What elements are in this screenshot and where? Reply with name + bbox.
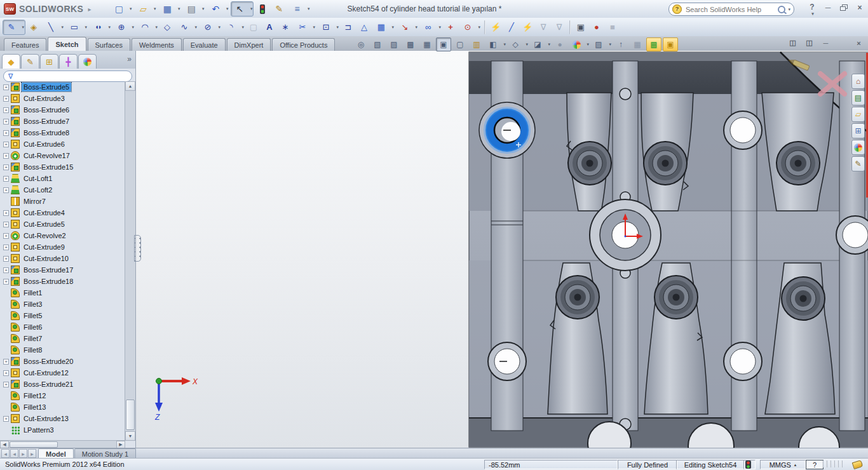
tree-item[interactable]: + Cut-Extrude9 (0, 241, 125, 253)
ellipse-button[interactable]: ⊘ (199, 20, 222, 35)
tree-item[interactable]: + Cut-Loft2 (0, 184, 125, 196)
section-cube-button[interactable]: ▩ (403, 37, 418, 51)
restore-button[interactable] (838, 3, 850, 13)
polygon-button[interactable]: ◇ (159, 20, 175, 35)
zoom-fit-button[interactable]: ◎ (353, 37, 369, 51)
pane-toggle-right-button[interactable]: ◫ (804, 38, 815, 48)
tree-item[interactable]: + Boss-Extrude21 (0, 379, 125, 390)
view-cube-button[interactable]: ▣ (436, 37, 451, 51)
tree-item[interactable]: + Cut-Extrude10 (0, 253, 125, 264)
tree-item[interactable]: + Cut-Extrude5 (0, 218, 125, 230)
tab-features[interactable]: Features (4, 38, 46, 51)
smart-dimension-button[interactable]: ◈ (26, 20, 41, 35)
section-view-button[interactable]: ◧ (485, 37, 506, 51)
tree-item[interactable]: + Boss-Extrude18 (0, 276, 125, 287)
tree-item[interactable]: + Fillet8 (0, 344, 125, 356)
graphics-viewport[interactable]: X Z ⌂ ▤ ▱ ⊞ (136, 51, 868, 448)
tree-item[interactable]: + Fillet13 (0, 401, 125, 413)
open-document-button[interactable]: ▱ (134, 1, 157, 17)
repair-sketch-button[interactable]: + (443, 20, 458, 35)
doc-restore-button[interactable] (837, 38, 848, 48)
stop-video-button[interactable]: ■ (605, 20, 620, 35)
separator[interactable] (569, 20, 571, 34)
panel-expand-icon[interactable]: » (127, 55, 135, 65)
save-button[interactable]: ▦ (158, 1, 181, 17)
options-button[interactable]: ✎ (271, 1, 287, 17)
displaymanager-tab[interactable] (78, 54, 97, 69)
tree-item[interactable]: + Fillet7 (0, 333, 125, 344)
reference-plane-button[interactable]: ▢ (246, 20, 261, 35)
view-palette-button[interactable]: ⊞ (851, 123, 865, 138)
expand-toggle-icon[interactable]: + (3, 210, 9, 216)
tree-item[interactable]: + Fillet5 (0, 310, 125, 321)
undo-button[interactable]: ↶ (207, 1, 229, 17)
apply-scene-button[interactable]: ▨ (591, 37, 612, 51)
tab-evaluate[interactable]: Evaluate (183, 38, 226, 51)
expand-toggle-icon[interactable]: + (3, 187, 9, 193)
tree-item[interactable]: + Boss-Extrude6 (0, 104, 125, 116)
design-library-button[interactable]: ▤ (851, 90, 865, 105)
help-button[interactable]: ?▾ (806, 3, 818, 13)
expand-toggle-icon[interactable]: + (3, 245, 9, 250)
expand-toggle-icon[interactable]: + (3, 142, 9, 147)
tree-item[interactable]: + Cut-Extrude3 (0, 93, 125, 104)
isometric-cube-button[interactable]: ▦ (419, 37, 435, 51)
expand-toggle-icon[interactable]: + (3, 256, 9, 262)
file-properties-button[interactable]: ≡ (288, 1, 311, 17)
motion-study-tab[interactable]: Motion Study 1 (74, 448, 136, 459)
spline-button[interactable]: ∿ (175, 20, 198, 35)
selection-filter-button[interactable]: ∇ (536, 20, 551, 35)
tree-item[interactable]: + Boss-Extrude5 (0, 81, 125, 93)
model-canvas[interactable] (136, 51, 868, 448)
record-video-button[interactable]: ● (589, 20, 604, 35)
home-button[interactable]: ⌂ (851, 74, 865, 89)
convert-entities-button[interactable]: ⊡ (317, 20, 340, 35)
tag-icon[interactable] (853, 461, 862, 468)
rebuild-traffic-light-button[interactable] (255, 1, 270, 17)
close-button[interactable]: × (854, 3, 865, 13)
move-entities-button[interactable]: ↘ (396, 20, 419, 35)
selected-sketch-circle[interactable] (479, 102, 535, 158)
tree-item[interactable]: + Fillet1 (0, 287, 125, 299)
highlight-green-button[interactable]: ▩ (646, 37, 661, 51)
new-document-button[interactable]: ▢ (110, 1, 133, 17)
expand-toggle-icon[interactable]: + (3, 119, 9, 124)
tree-item[interactable]: + Cut-Revolve2 (0, 230, 125, 241)
text-button[interactable]: A (262, 20, 277, 35)
trim-entities-button[interactable]: ✂ (294, 20, 316, 35)
wireframe-cube-button[interactable]: ▢ (452, 37, 468, 51)
view-orientation-button[interactable]: ◇ (508, 37, 529, 51)
tree-item[interactable]: + Cut-Extrude13 (0, 413, 125, 424)
section-curtain-button[interactable]: ▥ (469, 37, 484, 51)
rebuild-indicator[interactable] (743, 460, 756, 469)
valve-bore[interactable] (556, 276, 599, 319)
expand-toggle-icon[interactable]: + (3, 107, 9, 113)
horizontal-scroll-thumb[interactable] (10, 441, 58, 448)
offset-entities-button[interactable]: ⊐ (341, 20, 356, 35)
filter-clear-button[interactable]: ∇ (552, 20, 567, 35)
ink-sketch-button[interactable]: ╱ (504, 20, 519, 35)
expand-toggle-icon[interactable]: + (3, 267, 9, 273)
expand-toggle-icon[interactable]: + (3, 164, 9, 170)
file-explorer-button[interactable]: ▱ (851, 107, 865, 122)
linear-sketch-pattern-button[interactable]: ▦ (372, 20, 395, 35)
help-dropdown-icon[interactable]: ▾ (811, 11, 814, 17)
status-help-button[interactable]: ? (806, 460, 824, 469)
expand-toggle-icon[interactable]: + (3, 416, 9, 422)
expand-toggle-icon[interactable]: + (3, 130, 9, 136)
point-button[interactable]: ∗ (278, 20, 293, 35)
valve-bore[interactable] (568, 142, 611, 185)
prev-tab-button[interactable]: ◀ (10, 449, 18, 458)
dimxpertmanager-tab[interactable]: ╋ (59, 54, 78, 69)
cylinder-head-model[interactable] (469, 52, 868, 448)
highlight-yellow-button[interactable]: ▣ (663, 37, 678, 51)
expand-toggle-icon[interactable]: + (3, 96, 9, 102)
tab-sketch[interactable]: Sketch (48, 37, 86, 51)
shaded-sketch-contours-button[interactable]: ⚡ (488, 20, 503, 35)
panel-splitter-handle[interactable] (134, 235, 141, 262)
tree-item[interactable]: + Cut-Extrude12 (0, 367, 125, 379)
tree-item[interactable]: + Cut-Loft1 (0, 173, 125, 184)
tree-item[interactable]: + Fillet12 (0, 390, 125, 401)
tree-item[interactable]: + Boss-Extrude20 (0, 356, 125, 367)
screen-capture-button[interactable]: ▣ (573, 20, 588, 35)
